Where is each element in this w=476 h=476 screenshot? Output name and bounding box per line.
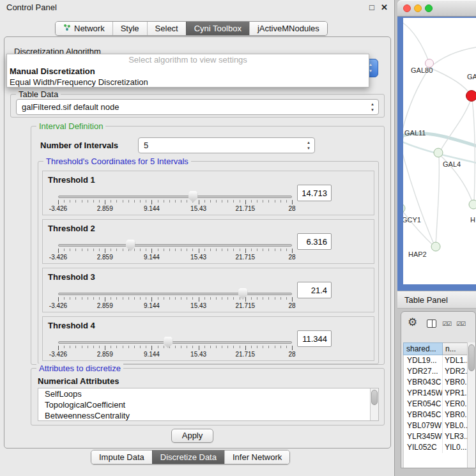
- scale-label: 28: [288, 351, 295, 358]
- tab-impute-data[interactable]: Impute Data: [91, 450, 152, 464]
- stepper-arrows-icon[interactable]: ▲▼: [307, 138, 311, 153]
- apply-button[interactable]: Apply: [171, 429, 213, 443]
- list-item[interactable]: TopologicalCoefficient: [38, 399, 378, 410]
- network-canvas[interactable]: GAL80 GA GAL11 GAL4 GCY1 HAP2 H: [403, 18, 476, 284]
- number-of-intervals-value: 5: [144, 138, 148, 153]
- zoom-traffic-light[interactable]: [425, 4, 433, 12]
- list-item[interactable]: SelfLoops: [38, 388, 378, 399]
- threshold-4-label: Threshold 4: [48, 321, 95, 330]
- list-item[interactable]: BetweennessCentrality: [38, 410, 378, 421]
- tab-label: Impute Data: [99, 452, 144, 462]
- slider-major-tick: [199, 346, 199, 350]
- table-row[interactable]: YIL052CYIL0...: [404, 442, 468, 453]
- table-row[interactable]: YDR27...YDR2...: [404, 366, 468, 377]
- scale-label: 15.43: [190, 302, 206, 309]
- scale-label: 21.715: [236, 254, 256, 261]
- slider-track[interactable]: [58, 341, 292, 344]
- threshold-2-value-field[interactable]: [297, 233, 332, 250]
- slider-track[interactable]: [58, 244, 292, 247]
- table-row[interactable]: YLR345WYLR3...: [404, 431, 468, 442]
- node-gal4[interactable]: [434, 148, 443, 158]
- slider-major-tick: [199, 249, 199, 253]
- columns-icon[interactable]: [427, 319, 436, 328]
- stepper-arrows-icon[interactable]: ▲▼: [371, 100, 374, 114]
- cell: YBR0...: [443, 410, 468, 420]
- slider-major-tick: [58, 346, 59, 350]
- node-partial[interactable]: [469, 200, 476, 210]
- scale-label: 28: [288, 302, 295, 309]
- tab-select[interactable]: Select: [147, 22, 186, 35]
- table-panel-title: Table Panel: [404, 291, 448, 309]
- scale-label: 9.144: [144, 351, 160, 358]
- threshold-4-slider[interactable]: -3.426 2.859 9.144 15.43 21.715 28: [58, 336, 292, 360]
- threshold-1-value-field[interactable]: [297, 185, 332, 201]
- gear-icon[interactable]: ⚙: [408, 316, 417, 329]
- network-window-titlebar[interactable]: [397, 0, 476, 17]
- table-scrollbar[interactable]: [467, 342, 475, 468]
- threshold-1-slider[interactable]: -3.426 2.859 9.144 15.43 21.715 28: [58, 190, 292, 215]
- minimize-icon[interactable]: □: [369, 3, 374, 12]
- select-all-columns-icon[interactable]: ☑☑: [442, 321, 451, 327]
- node-red[interactable]: [466, 90, 476, 102]
- slider-minor-ticks: [58, 249, 292, 251]
- slider-major-tick: [151, 249, 152, 253]
- threshold-3-value-field[interactable]: [297, 282, 332, 298]
- tab-network[interactable]: Network: [56, 22, 112, 35]
- interval-definition-fieldset: Interval Definition Number of Intervals …: [31, 126, 385, 365]
- table-row[interactable]: YPR145WYPR1...: [404, 388, 468, 399]
- tab-infer-network[interactable]: Infer Network: [224, 450, 289, 464]
- table-data-value: galFiltered.sif default node: [22, 100, 119, 114]
- list-scrollbar[interactable]: [370, 388, 378, 420]
- tab-label: Discretize Data: [160, 452, 217, 462]
- slider-major-tick: [292, 200, 293, 204]
- scrollbar-thumb[interactable]: [371, 390, 378, 405]
- dropdown-option-manual[interactable]: Manual Discretization: [7, 66, 369, 77]
- threshold-2-label: Threshold 2: [48, 224, 95, 233]
- interval-definition-legend: Interval Definition: [36, 121, 105, 131]
- numerical-attributes-list[interactable]: SelfLoops TopologicalCoefficient Between…: [38, 388, 379, 421]
- tab-jactivemnodules[interactable]: jActiveMNodules: [249, 22, 327, 35]
- node-label: HAP2: [408, 250, 427, 258]
- node-hap2[interactable]: [431, 242, 441, 252]
- table-row[interactable]: YER054CYER0...: [404, 399, 468, 410]
- slider-major-tick: [58, 200, 59, 204]
- scale-label: 28: [288, 205, 295, 212]
- tab-style[interactable]: Style: [112, 22, 147, 35]
- table-data-fieldset: Table Data galFiltered.sif default node …: [10, 94, 385, 118]
- arrow-up-icon: ▲: [307, 140, 311, 146]
- close-icon[interactable]: ✕: [381, 3, 388, 12]
- column-header-name[interactable]: n...: [443, 342, 468, 355]
- slider-major-tick: [245, 346, 246, 350]
- slider-major-tick: [245, 200, 246, 204]
- tab-discretize-data[interactable]: Discretize Data: [152, 450, 224, 464]
- number-of-intervals-combobox[interactable]: 5 ▲▼: [138, 137, 315, 153]
- cell: YBL0...: [443, 420, 468, 431]
- slider-major-tick: [292, 297, 293, 302]
- threshold-3-slider[interactable]: -3.426 2.859 9.144 15.43 21.715 28: [58, 288, 292, 312]
- scale-label: 21.715: [236, 351, 256, 358]
- scrollbar-thumb[interactable]: [468, 344, 475, 371]
- dropdown-option-equal-width[interactable]: Equal Width/Frequency Discretization: [7, 77, 369, 88]
- table-data-combobox[interactable]: galFiltered.sif default node ▲▼: [16, 99, 379, 115]
- threshold-4-value-field[interactable]: [297, 330, 332, 347]
- tab-label: Select: [155, 24, 178, 33]
- slider-track[interactable]: [58, 196, 292, 198]
- cell: YER054C: [404, 399, 443, 410]
- table-row[interactable]: YDL19...YDL1...: [404, 355, 468, 366]
- table-row[interactable]: YBR045CYBR0...: [404, 410, 468, 420]
- scale-label: 21.715: [236, 205, 256, 212]
- close-traffic-light[interactable]: [403, 4, 411, 12]
- tab-cyni-toolbox[interactable]: Cyni Toolbox: [186, 22, 249, 35]
- table-panel-window: ⚙ ☑☑ ☑☑ shared... n... YDL19...YDL1... Y…: [401, 311, 476, 468]
- tab-label: Style: [121, 24, 139, 33]
- table-toolbar: ⚙ ☑☑ ☑☑: [401, 312, 475, 341]
- column-header-shared-name[interactable]: shared...: [403, 342, 443, 355]
- threshold-2-slider[interactable]: -3.426 2.859 9.144 15.43 21.715 28: [58, 239, 292, 263]
- select-none-columns-icon[interactable]: ☑☑: [456, 321, 465, 327]
- minimize-traffic-light[interactable]: [414, 4, 422, 12]
- cell: YDR27...: [404, 366, 443, 377]
- slider-track[interactable]: [58, 293, 292, 295]
- threshold-4-box: Threshold 4 -3.426 2.859 9.144 15.43 21.…: [42, 316, 374, 361]
- table-row[interactable]: YBL079WYBL0...: [404, 420, 468, 431]
- table-row[interactable]: YBR043CYBR0...: [404, 377, 468, 388]
